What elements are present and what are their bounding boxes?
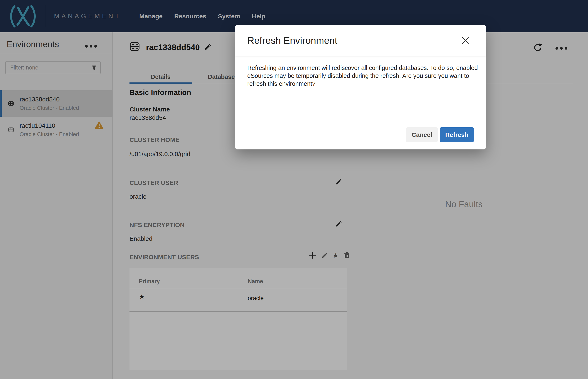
dialog-body-line: dSources may be temporarily disabled dur… <box>247 72 475 80</box>
dialog-body-line: Refreshing an environment will rediscove… <box>247 64 475 72</box>
dialog-body-line: refresh this environment? <box>247 80 475 88</box>
dialog-title: Refresh Environment <box>247 25 337 56</box>
dialog-header: Refresh Environment <box>235 25 486 56</box>
refresh-environment-dialog: Refresh Environment Refreshing an enviro… <box>235 25 486 149</box>
cancel-button[interactable]: Cancel <box>406 127 438 142</box>
app-root: MANAGEMENT Manage Resources System Help … <box>0 0 588 379</box>
close-icon[interactable] <box>461 36 469 45</box>
refresh-button[interactable]: Refresh <box>440 127 474 142</box>
